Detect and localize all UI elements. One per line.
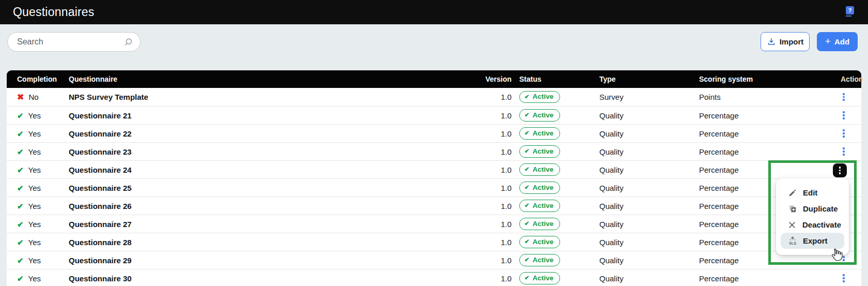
questionnaire-name: Questionnaire 21 [69, 111, 430, 120]
status-badge-label: Active [533, 111, 554, 119]
completion-label: Yes [28, 129, 41, 138]
badge-check-icon: ✔ [524, 203, 530, 209]
version-value: 1.0 [430, 220, 512, 229]
check-icon: ✔ [17, 166, 24, 174]
check-icon: ✔ [17, 112, 24, 119]
check-icon: ✔ [17, 257, 24, 264]
status-badge: ✔ Active [519, 218, 560, 230]
status-cell: ✔ Active [512, 91, 599, 103]
status-badge: ✔ Active [519, 272, 560, 284]
menu-item-label: Edit [803, 188, 817, 197]
download-icon [767, 37, 776, 47]
questionnaire-name: Questionnaire 28 [69, 238, 430, 247]
table-body: ✔ ✖ No NPS Survey Template 1.0 ✔ Active … [7, 88, 861, 286]
completion-cell: ✔ ✖ Yes [17, 238, 69, 247]
badge-check-icon: ✔ [524, 94, 530, 100]
import-button[interactable]: Import [761, 32, 810, 51]
check-icon: ✔ [17, 238, 24, 246]
type-value: Survey [599, 93, 699, 101]
action-cell [841, 129, 861, 137]
table-row: ✔ ✖ Yes Questionnaire 30 1.0 ✔ Active Qu… [7, 269, 861, 286]
check-icon: ✔ [17, 220, 24, 228]
table-row: ✔ ✖ Yes Questionnaire 22 1.0 ✔ Active Qu… [7, 124, 861, 142]
version-value: 1.0 [430, 184, 512, 192]
status-cell: ✔ Active [512, 254, 599, 266]
menu-item-duplicate[interactable]: Duplicate [781, 201, 844, 217]
status-badge-label: Active [533, 93, 554, 101]
scoring-value: Percentage [699, 147, 841, 156]
pencil-icon [788, 188, 797, 197]
badge-check-icon: ✔ [524, 257, 530, 263]
completion-label: Yes [28, 165, 41, 174]
status-badge-label: Active [533, 202, 554, 210]
questionnaire-name: Questionnaire 30 [69, 274, 430, 283]
svg-text:XLS: XLS [789, 240, 796, 245]
search-input[interactable] [17, 37, 123, 47]
table-row: ✔ ✖ Yes Questionnaire 24 1.0 ✔ Active Qu… [7, 160, 861, 178]
add-button[interactable]: + Add [817, 32, 858, 51]
row-actions-menu-icon[interactable] [843, 111, 845, 119]
completion-cell: ✔ ✖ Yes [17, 147, 69, 156]
type-value: Quality [599, 147, 699, 156]
questionnaire-name: Questionnaire 29 [69, 256, 430, 265]
status-badge: ✔ Active [519, 254, 560, 266]
status-badge-label: Active [533, 165, 554, 174]
column-header-version: Version [430, 75, 512, 83]
kebab-menu-icon [839, 167, 841, 174]
search-box[interactable] [7, 32, 141, 52]
action-cell [841, 274, 861, 282]
action-cell [841, 111, 861, 119]
badge-check-icon: ✔ [524, 148, 530, 155]
plus-icon: + [825, 36, 831, 46]
menu-item-edit[interactable]: Edit [781, 185, 844, 201]
action-cell [841, 93, 861, 101]
status-cell: ✔ Active [512, 200, 599, 212]
row-actions-menu-icon[interactable] [843, 93, 845, 101]
version-value: 1.0 [430, 111, 512, 120]
questionnaire-name: Questionnaire 25 [69, 184, 430, 192]
action-cell [841, 256, 861, 264]
completion-cell: ✔ ✖ Yes [17, 165, 69, 174]
status-cell: ✔ Active [512, 236, 599, 248]
active-row-actions-button[interactable] [833, 163, 847, 177]
scoring-value: Percentage [699, 256, 841, 265]
menu-item-export[interactable]: XLS Export [781, 233, 844, 249]
completion-label: Yes [28, 147, 41, 156]
completion-label: Yes [28, 238, 41, 247]
table-row: ✔ ✖ Yes Questionnaire 25 1.0 ✔ Active Qu… [7, 178, 861, 197]
row-actions-menu-icon[interactable] [843, 129, 845, 137]
column-header-action: Action [841, 75, 868, 83]
badge-check-icon: ✔ [524, 221, 530, 227]
menu-item-deactivate[interactable]: Deactivate [781, 217, 844, 233]
completion-cell: ✔ ✖ Yes [17, 184, 69, 192]
version-value: 1.0 [430, 129, 512, 138]
table-header-row: Completion Questionnaire Version Status … [7, 70, 861, 88]
questionnaire-name: NPS Survey Template [69, 93, 430, 101]
completion-label: Yes [28, 184, 41, 192]
row-context-menu: Edit Duplicate Deactivate XLS [776, 178, 849, 255]
completion-cell: ✔ ✖ Yes [17, 274, 69, 283]
help-icon[interactable]: ? [846, 6, 854, 14]
row-actions-menu-icon[interactable] [843, 147, 845, 155]
table-row: ✔ ✖ Yes Questionnaire 21 1.0 ✔ Active Qu… [7, 106, 861, 124]
status-cell: ✔ Active [512, 182, 599, 193]
status-badge-label: Active [533, 147, 554, 156]
row-actions-menu-icon[interactable] [843, 274, 845, 282]
top-bar: Questionnaires ? [0, 0, 868, 24]
row-actions-menu-icon[interactable] [843, 256, 845, 264]
badge-check-icon: ✔ [524, 130, 530, 137]
status-badge-label: Active [533, 129, 554, 138]
type-value: Quality [599, 220, 699, 229]
questionnaire-name: Questionnaire 24 [69, 165, 430, 174]
check-icon: ✔ [17, 130, 24, 138]
check-icon: ✔ [17, 202, 24, 210]
status-badge-label: Active [533, 274, 554, 282]
status-cell: ✔ Active [512, 163, 599, 175]
type-value: Quality [599, 111, 699, 120]
scoring-value: Percentage [699, 274, 841, 283]
check-icon: ✔ [17, 148, 24, 156]
questionnaire-name: Questionnaire 22 [69, 129, 430, 138]
status-cell: ✔ Active [512, 109, 599, 121]
scoring-value: Percentage [699, 129, 841, 138]
type-value: Quality [599, 202, 699, 210]
